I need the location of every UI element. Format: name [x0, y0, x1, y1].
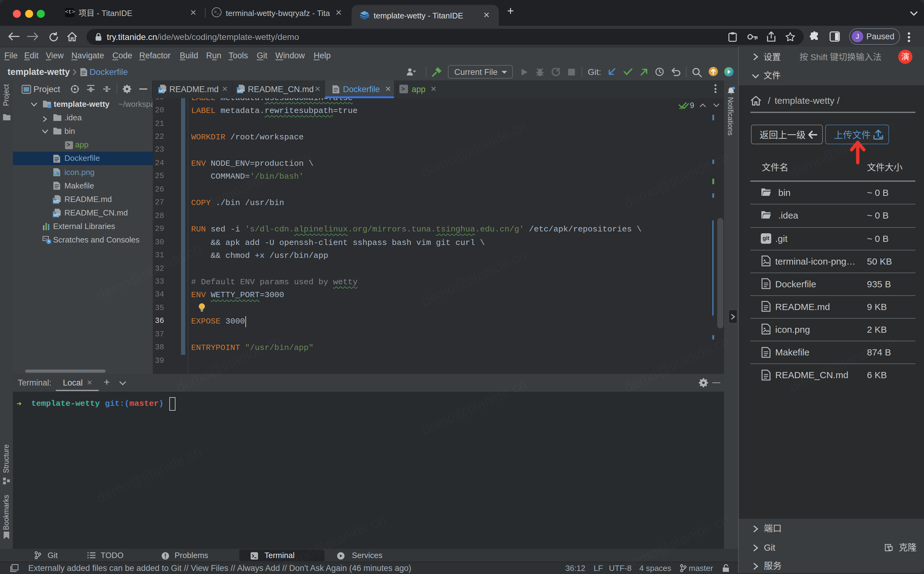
svg-text:MD: MD: [159, 89, 165, 93]
svg-text:MD: MD: [53, 199, 60, 204]
svg-text:MD: MD: [53, 213, 60, 217]
svg-text:MD: MD: [237, 89, 244, 93]
